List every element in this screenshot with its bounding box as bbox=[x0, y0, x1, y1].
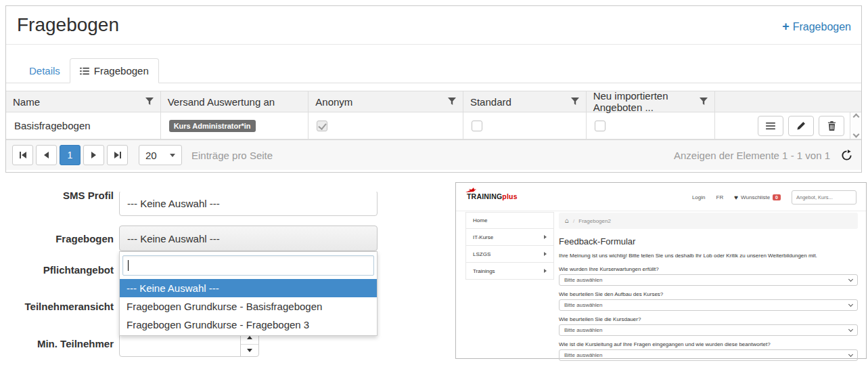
list-icon bbox=[80, 67, 89, 75]
list-icon bbox=[766, 122, 775, 130]
home-icon[interactable]: ⌂ bbox=[565, 217, 569, 224]
filter-icon[interactable] bbox=[700, 98, 708, 106]
site-search-input[interactable] bbox=[792, 190, 856, 205]
per-page-label: Einträge pro Seite bbox=[191, 150, 273, 161]
chevron-right-icon bbox=[544, 235, 547, 239]
column-header-anonym[interactable]: Anonym bbox=[309, 91, 463, 112]
question-select[interactable]: Bitte auswählen bbox=[559, 274, 858, 286]
question-select[interactable]: Bitte auswählen bbox=[559, 349, 858, 361]
heart-icon: ♥ bbox=[734, 194, 738, 201]
question-select[interactable]: Bitte auswählen bbox=[559, 324, 858, 336]
chevron-right-icon bbox=[544, 252, 547, 256]
chevron-down-icon bbox=[848, 326, 853, 331]
feedback-heading: Feedback-Formular bbox=[559, 236, 858, 246]
pflichtangebot-label: Pflichtangebot bbox=[0, 264, 114, 276]
question-block: Wie beurteilen Sie die Kursdauer? Bitte … bbox=[559, 316, 858, 336]
page-size-select[interactable]: 20 bbox=[139, 145, 182, 165]
next-page-button[interactable] bbox=[83, 145, 104, 165]
delete-button[interactable] bbox=[819, 116, 844, 136]
question-label: Wie ist die Kursleitung auf Ihre Fragen … bbox=[559, 341, 858, 347]
last-page-button[interactable] bbox=[107, 145, 128, 165]
table-row[interactable]: Basisfragebogen Kurs Administrator*in bbox=[6, 112, 861, 139]
angebot-form-fragment: SMS Profil --- Keine Auswahl --- Fragebo… bbox=[0, 192, 447, 365]
versand-badge: Kurs Administrator*in bbox=[169, 120, 256, 132]
arrow-up-icon bbox=[247, 336, 252, 339]
nav-item-it-kurse[interactable]: IT-Kurse bbox=[465, 229, 554, 246]
column-header-versand[interactable]: Versand Auswertung an bbox=[161, 91, 309, 112]
dropdown-option[interactable]: Fragebogen Grundkurse - Fragebogen 3 bbox=[120, 316, 377, 334]
site-main: Feedback-Formular Ihre Meinung ist uns w… bbox=[559, 229, 858, 365]
chevron-right-icon bbox=[544, 269, 547, 273]
dropdown-search-wrap bbox=[122, 255, 374, 276]
chevron-down-icon bbox=[848, 276, 853, 281]
table-scrollbar[interactable] bbox=[850, 112, 861, 139]
chevron-down-icon bbox=[848, 301, 853, 306]
next-page-icon bbox=[91, 152, 96, 158]
question-block: Wie wurden Ihre Kurserwartungen erfüllt?… bbox=[559, 266, 858, 286]
spinner-down-button[interactable] bbox=[241, 344, 258, 357]
dropdown-option[interactable]: --- Keine Auswahl --- bbox=[120, 279, 377, 297]
question-select[interactable]: Bitte auswählen bbox=[559, 299, 858, 311]
cell-standard bbox=[463, 112, 587, 139]
fragebogen-label: Fragebogen bbox=[0, 233, 114, 244]
filter-icon[interactable] bbox=[571, 98, 579, 106]
cell-neu-importierten bbox=[587, 112, 716, 139]
scroll-down-icon[interactable] bbox=[852, 131, 859, 138]
tab-fragebogen[interactable]: Fragebogen bbox=[70, 58, 159, 83]
question-label: Wie beurteilen Sie den Aufbau des Kurses… bbox=[559, 291, 858, 297]
tab-details[interactable]: Details bbox=[20, 59, 70, 83]
column-header-neu-importierten[interactable]: Neu importierten Angeboten ... bbox=[587, 91, 716, 112]
sms-profil-select[interactable]: --- Keine Auswahl --- bbox=[119, 192, 378, 216]
fragebogen-select[interactable]: --- Keine Auswahl --- bbox=[119, 226, 378, 251]
scroll-up-icon[interactable] bbox=[852, 114, 859, 121]
standard-checkbox[interactable] bbox=[472, 121, 482, 131]
first-page-icon bbox=[20, 152, 21, 158]
breadcrumb-current: Fragebogen2 bbox=[578, 218, 611, 224]
pencil-icon bbox=[796, 121, 806, 131]
column-header-name[interactable]: Name bbox=[6, 91, 161, 112]
min-teilnehmer-label: Min. Teilnehmer bbox=[0, 338, 114, 349]
column-header-standard[interactable]: Standard bbox=[463, 91, 587, 112]
cell-anonym bbox=[309, 112, 463, 139]
neu-importierten-checkbox[interactable] bbox=[595, 121, 606, 131]
add-fragebogen-label: Fragebogen bbox=[793, 21, 851, 33]
cell-actions bbox=[715, 112, 850, 139]
nav-item-home[interactable]: Home bbox=[465, 212, 554, 229]
anonym-checkbox[interactable] bbox=[317, 121, 327, 131]
refresh-button[interactable] bbox=[841, 150, 852, 161]
add-fragebogen-button[interactable]: + Fragebogen bbox=[782, 20, 851, 34]
chevron-down-icon bbox=[170, 154, 175, 157]
fragebogen-grid: Name Versand Auswertung an Anonym Standa… bbox=[6, 91, 861, 139]
previous-page-button[interactable] bbox=[36, 145, 57, 165]
language-link[interactable]: FR bbox=[716, 194, 724, 200]
refresh-icon bbox=[841, 150, 852, 161]
wishlist-link[interactable]: ♥ Wunschliste 0 bbox=[734, 194, 781, 201]
question-label: Wie beurteilen Sie die Kursdauer? bbox=[559, 316, 858, 322]
breadcrumb-separator: / bbox=[573, 218, 574, 224]
filter-icon[interactable] bbox=[448, 98, 456, 106]
site-logo[interactable]: TRAININGplus bbox=[467, 192, 518, 200]
nav-item-trainings[interactable]: Trainings bbox=[465, 263, 554, 280]
previous-page-icon bbox=[44, 152, 49, 158]
login-link[interactable]: Login bbox=[692, 194, 706, 200]
title-divider bbox=[6, 44, 861, 45]
edit-button[interactable] bbox=[788, 116, 814, 136]
tab-fragebogen-label: Fragebogen bbox=[94, 65, 149, 77]
question-label: Wie wurden Ihre Kurserwartungen erfüllt? bbox=[559, 266, 858, 272]
chevron-down-icon bbox=[848, 351, 853, 356]
sms-profil-label: SMS Profil bbox=[0, 192, 114, 201]
site-header: TRAININGplus Login FR ♥ Wunschliste 0 bbox=[456, 183, 866, 211]
fragebogen-panel: Fragebogen + Fragebogen Details Fragebog… bbox=[5, 5, 862, 173]
details-list-button[interactable] bbox=[758, 116, 783, 136]
dropdown-option[interactable]: Fragebogen Grundkurse - Basisfragebogen bbox=[120, 297, 377, 316]
arrow-down-icon bbox=[247, 349, 252, 352]
first-page-button[interactable] bbox=[12, 145, 33, 165]
cell-name: Basisfragebogen bbox=[6, 112, 161, 139]
filter-icon[interactable] bbox=[145, 98, 154, 106]
text-caret bbox=[128, 260, 129, 271]
last-page-icon bbox=[114, 152, 119, 158]
nav-item-lszgs[interactable]: LSZGS bbox=[465, 246, 554, 263]
current-page-button[interactable]: 1 bbox=[60, 145, 81, 165]
dropdown-search-input[interactable] bbox=[122, 255, 374, 276]
breadcrumb: ⌂ / Fragebogen2 bbox=[559, 213, 858, 229]
